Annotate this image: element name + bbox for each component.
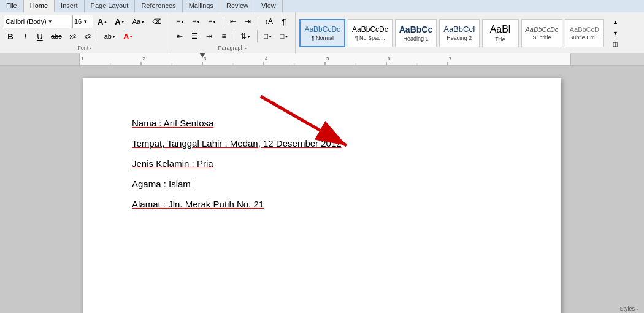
style-title[interactable]: AaBl Title — [482, 19, 519, 47]
tab-view[interactable]: View — [255, 0, 283, 12]
ruler: 1 2 3 4 5 6 7 — [0, 53, 644, 66]
line-tempat: Tempat, Tanggal Lahir : Medan, 12 Desemb… — [132, 135, 512, 152]
show-marks-btn[interactable]: ¶ — [277, 15, 291, 28]
tab-insert[interactable]: Insert — [55, 0, 85, 12]
style-heading1[interactable]: AaBbCc Heading 1 — [395, 19, 437, 47]
styles-more-btn[interactable]: ◫ — [608, 39, 622, 49]
italic-btn[interactable]: I — [18, 29, 32, 43]
text-agama: Agama : Islam — [132, 179, 191, 189]
font-name-dropdown-arrow: ▼ — [48, 19, 53, 25]
tab-review[interactable]: Review — [220, 0, 255, 12]
svg-text:1: 1 — [81, 56, 84, 61]
ruler-right-margin — [570, 53, 644, 65]
tab-page-layout[interactable]: Page Layout — [85, 0, 136, 12]
ribbon: Calibri (Body) ▼ 16 ▼ A▲ A▼ Aa▼ ⌫ B I U … — [0, 12, 644, 53]
font-color-btn[interactable]: A▼ — [120, 29, 136, 43]
ruler-left-margin — [0, 53, 80, 65]
subscript-btn[interactable]: x2 — [66, 29, 80, 43]
style-heading2[interactable]: AaBbCcI Heading 2 — [439, 19, 479, 47]
svg-text:3: 3 — [204, 56, 207, 61]
style-subtle-em[interactable]: AaBbCcD Subtle Em... — [565, 19, 604, 47]
styles-scroll-up-btn[interactable]: ▲ — [608, 17, 622, 27]
svg-text:6: 6 — [388, 56, 391, 61]
line-agama: Agama : Islam — [132, 176, 512, 192]
line-spacing-btn[interactable]: ⇅▼ — [237, 29, 254, 43]
paragraph-group-expand-icon[interactable]: ▪ — [245, 46, 246, 50]
bold-btn[interactable]: B — [4, 29, 17, 43]
font-group: Calibri (Body) ▼ 16 ▼ A▲ A▼ Aa▼ ⌫ B I U … — [0, 12, 169, 53]
text-highlight-btn[interactable]: ab▼ — [101, 29, 119, 43]
text-jenis-kelamin: Jenis Kelamin : Pria — [132, 158, 213, 169]
align-left-btn[interactable]: ⇤ — [173, 29, 186, 43]
tab-mailings[interactable]: Mailings — [183, 0, 220, 12]
shading-btn[interactable]: □▼ — [261, 29, 275, 43]
ribbon-tabs: File Home Insert Page Layout References … — [0, 0, 644, 12]
document-area: Nama : Arif Sentosa Tempat, Tanggal Lahi… — [0, 66, 644, 313]
svg-text:4: 4 — [265, 56, 268, 61]
decrease-indent-btn[interactable]: ⇤ — [226, 15, 240, 28]
style-no-spacing[interactable]: AaBbCcDc ¶ No Spac... — [348, 19, 393, 47]
align-right-btn[interactable]: ⇥ — [202, 29, 216, 43]
font-size-selector[interactable]: 16 ▼ — [72, 15, 93, 28]
tab-home[interactable]: Home — [24, 0, 55, 12]
document-content[interactable]: Nama : Arif Sentosa Tempat, Tanggal Lahi… — [132, 115, 512, 212]
styles-group-expand-icon[interactable]: ▪ — [637, 307, 638, 311]
tab-references[interactable]: References — [135, 0, 182, 12]
bullets-btn[interactable]: ≡▼ — [173, 15, 188, 28]
cursor — [191, 179, 194, 189]
font-name-selector[interactable]: Calibri (Body) ▼ — [4, 15, 71, 28]
decrease-font-btn[interactable]: A▼ — [112, 15, 128, 28]
strikethrough-btn[interactable]: abc — [48, 29, 65, 43]
style-normal[interactable]: AaBbCcDc ¶ Normal — [299, 19, 345, 47]
tab-file[interactable]: File — [0, 0, 24, 12]
styles-group-label: Styles ▪ — [619, 306, 638, 312]
multilevel-btn[interactable]: ≡▼ — [205, 15, 220, 28]
svg-text:7: 7 — [449, 56, 452, 61]
underline-btn[interactable]: U — [33, 29, 47, 43]
superscript-btn[interactable]: x2 — [81, 29, 94, 43]
svg-text:2: 2 — [142, 56, 145, 61]
justify-btn[interactable]: ≡ — [217, 29, 231, 43]
styles-scroll-down-btn[interactable]: ▼ — [608, 28, 622, 38]
ruler-svg: 1 2 3 4 5 6 7 — [80, 53, 570, 65]
text-tempat: Tempat, Tanggal Lahir : Medan, 12 Desemb… — [132, 138, 342, 149]
numbering-btn[interactable]: ≡▼ — [189, 15, 204, 28]
font-size-dropdown-arrow: ▼ — [83, 19, 88, 25]
document-page[interactable]: Nama : Arif Sentosa Tempat, Tanggal Lahi… — [83, 78, 561, 313]
styles-group: AaBbCcDc ¶ Normal AaBbCcDc ¶ No Spac... … — [296, 12, 644, 53]
sort-btn[interactable]: ↕A — [261, 15, 276, 28]
borders-btn[interactable]: □▼ — [277, 29, 291, 43]
paragraph-group: ≡▼ ≡▼ ≡▼ ⇤ ⇥ ↕A ¶ ⇤ ☰ ⇥ ≡ ⇅▼ □▼ □▼ — [169, 12, 296, 53]
line-nama: Nama : Arif Sentosa — [132, 115, 512, 131]
line-jenis-kelamin: Jenis Kelamin : Pria — [132, 155, 512, 172]
clear-formatting-btn[interactable]: ⌫ — [149, 15, 165, 28]
font-group-label: Font ▪ — [4, 44, 165, 51]
line-alamat: Alamat : Jln. Merak Putih No. 21 — [132, 196, 512, 212]
svg-text:5: 5 — [326, 56, 329, 61]
style-subtitle[interactable]: AaBbCcDc Subtitle — [521, 19, 563, 47]
align-center-btn[interactable]: ☰ — [188, 29, 201, 43]
ruler-content[interactable]: 1 2 3 4 5 6 7 — [80, 53, 570, 65]
text-alamat: Alamat : Jln. Merak Putih No. 21 — [132, 199, 264, 209]
change-case-btn[interactable]: Aa▼ — [129, 15, 148, 28]
increase-indent-btn[interactable]: ⇥ — [241, 15, 255, 28]
font-group-expand-icon[interactable]: ▪ — [90, 46, 91, 50]
text-nama: Nama : Arif Sentosa — [132, 118, 213, 128]
paragraph-group-label: Paragraph ▪ — [173, 44, 291, 51]
increase-font-btn[interactable]: A▲ — [94, 15, 110, 28]
